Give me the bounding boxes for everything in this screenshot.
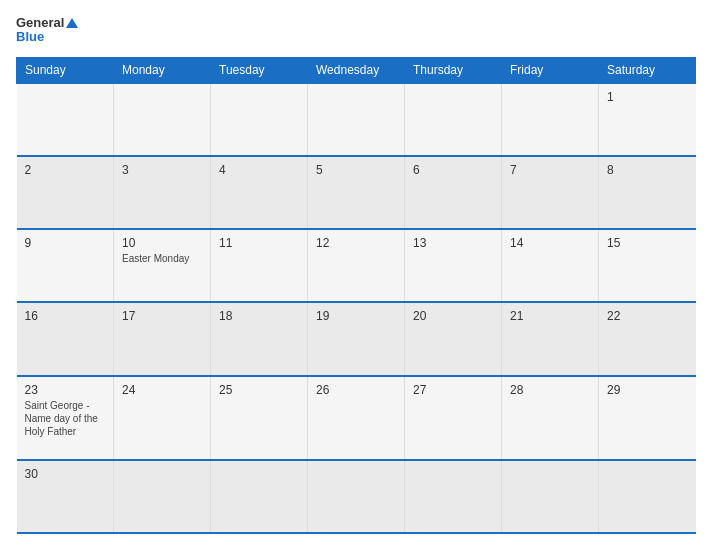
calendar-cell: 3: [114, 156, 211, 229]
calendar-cell: [17, 83, 114, 156]
calendar-cell: 23Saint George - Name day of the Holy Fa…: [17, 376, 114, 460]
calendar-cell: [308, 83, 405, 156]
calendar-cell: 12: [308, 229, 405, 302]
calendar-last-row: 30: [17, 460, 696, 533]
calendar-week-row: 23Saint George - Name day of the Holy Fa…: [17, 376, 696, 460]
day-number: 11: [219, 236, 299, 250]
day-number: 4: [219, 163, 299, 177]
calendar-cell: 19: [308, 302, 405, 375]
calendar-cell: 5: [308, 156, 405, 229]
day-number: 21: [510, 309, 590, 323]
day-number: 13: [413, 236, 493, 250]
day-number: 15: [607, 236, 688, 250]
calendar-cell: [308, 460, 405, 533]
day-number: 29: [607, 383, 688, 397]
calendar-cell: 1: [599, 83, 696, 156]
weekday-header-thursday: Thursday: [405, 57, 502, 83]
calendar-cell: 10Easter Monday: [114, 229, 211, 302]
calendar-cell: [502, 83, 599, 156]
weekday-header-friday: Friday: [502, 57, 599, 83]
calendar-cell: 8: [599, 156, 696, 229]
calendar-cell: 29: [599, 376, 696, 460]
day-number: 1: [607, 90, 688, 104]
day-number: 30: [25, 467, 106, 481]
day-number: 26: [316, 383, 396, 397]
calendar-cell: 24: [114, 376, 211, 460]
day-number: 20: [413, 309, 493, 323]
weekday-header-tuesday: Tuesday: [211, 57, 308, 83]
day-number: 28: [510, 383, 590, 397]
day-number: 6: [413, 163, 493, 177]
calendar-cell: 7: [502, 156, 599, 229]
day-number: 7: [510, 163, 590, 177]
day-number: 19: [316, 309, 396, 323]
weekday-header-sunday: Sunday: [17, 57, 114, 83]
day-number: 25: [219, 383, 299, 397]
day-number: 27: [413, 383, 493, 397]
weekday-header-row: SundayMondayTuesdayWednesdayThursdayFrid…: [17, 57, 696, 83]
calendar-cell: 6: [405, 156, 502, 229]
page-header: General Blue: [16, 16, 696, 45]
calendar-cell: [502, 460, 599, 533]
calendar-cell: [405, 460, 502, 533]
calendar-cell: 27: [405, 376, 502, 460]
day-number: 24: [122, 383, 202, 397]
logo-lines: General Blue: [16, 16, 78, 45]
logo-general-text: General: [16, 16, 64, 30]
day-number: 12: [316, 236, 396, 250]
calendar-cell: 9: [17, 229, 114, 302]
weekday-header-wednesday: Wednesday: [308, 57, 405, 83]
day-number: 14: [510, 236, 590, 250]
day-number: 3: [122, 163, 202, 177]
calendar-cell: 17: [114, 302, 211, 375]
calendar-cell: 20: [405, 302, 502, 375]
calendar-cell: 15: [599, 229, 696, 302]
calendar-cell: 11: [211, 229, 308, 302]
calendar-cell: [211, 460, 308, 533]
calendar-week-row: 2345678: [17, 156, 696, 229]
day-number: 23: [25, 383, 106, 397]
logo-blue-text: Blue: [16, 30, 44, 44]
calendar-cell: 22: [599, 302, 696, 375]
calendar-cell: 25: [211, 376, 308, 460]
calendar-header: SundayMondayTuesdayWednesdayThursdayFrid…: [17, 57, 696, 83]
calendar-cell: 4: [211, 156, 308, 229]
day-number: 2: [25, 163, 106, 177]
calendar-cell: 2: [17, 156, 114, 229]
day-number: 17: [122, 309, 202, 323]
calendar-week-row: 910Easter Monday1112131415: [17, 229, 696, 302]
day-number: 16: [25, 309, 106, 323]
calendar-cell: [599, 460, 696, 533]
calendar-cell: [405, 83, 502, 156]
day-number: 5: [316, 163, 396, 177]
calendar-cell: 21: [502, 302, 599, 375]
day-number: 8: [607, 163, 688, 177]
calendar-table: SundayMondayTuesdayWednesdayThursdayFrid…: [16, 57, 696, 534]
calendar-cell: 18: [211, 302, 308, 375]
calendar-week-row: 16171819202122: [17, 302, 696, 375]
calendar-cell: [114, 83, 211, 156]
calendar-cell: [211, 83, 308, 156]
calendar-cell: 28: [502, 376, 599, 460]
day-number: 22: [607, 309, 688, 323]
calendar-cell: 30: [17, 460, 114, 533]
calendar-cell: [114, 460, 211, 533]
logo-triangle-icon: [66, 18, 78, 28]
calendar-cell: 13: [405, 229, 502, 302]
weekday-header-saturday: Saturday: [599, 57, 696, 83]
day-number: 9: [25, 236, 106, 250]
weekday-header-monday: Monday: [114, 57, 211, 83]
calendar-cell: 14: [502, 229, 599, 302]
calendar-cell: 16: [17, 302, 114, 375]
day-number: 10: [122, 236, 202, 250]
calendar-cell: 26: [308, 376, 405, 460]
logo: General Blue: [16, 16, 78, 45]
holiday-text: Saint George - Name day of the Holy Fath…: [25, 399, 106, 438]
day-number: 18: [219, 309, 299, 323]
holiday-text: Easter Monday: [122, 252, 202, 265]
calendar-body: 12345678910Easter Monday1112131415161718…: [17, 83, 696, 533]
calendar-week-row: 1: [17, 83, 696, 156]
